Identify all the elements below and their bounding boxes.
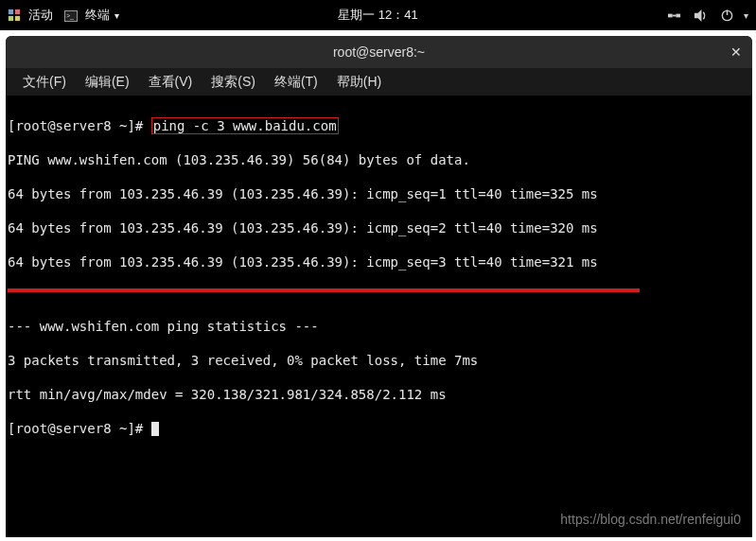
menu-terminal[interactable]: 终端(T) (265, 70, 327, 95)
system-tray: ▾ (662, 8, 748, 23)
app-menu-label: 终端 (85, 8, 110, 22)
svg-rect-4 (667, 13, 672, 17)
menu-file[interactable]: 文件(F) (13, 70, 76, 95)
term-line: [root@server8 ~]# ping -c 3 www.baidu.co… (8, 117, 750, 134)
app-menu[interactable]: >_ 终端 ▾ (61, 5, 123, 26)
terminal-content[interactable]: [root@server8 ~]# ping -c 3 www.baidu.co… (6, 96, 752, 537)
term-line: [root@server8 ~]# (8, 420, 750, 437)
terminal-window: root@server8:~ ✕ 文件(F) 编辑(E) 查看(V) 搜索(S)… (6, 36, 752, 537)
svg-rect-9 (726, 9, 728, 15)
activities-button[interactable]: 活动 (25, 5, 57, 26)
terminal-icon: >_ (64, 10, 78, 22)
term-line: 3 packets transmitted, 3 received, 0% pa… (8, 352, 750, 369)
close-icon: ✕ (730, 44, 742, 60)
menu-view[interactable]: 查看(V) (139, 70, 202, 95)
chevron-down-icon: ▾ (114, 10, 119, 21)
system-menu-chevron-icon[interactable]: ▾ (744, 10, 748, 21)
watermark: https://blog.csdn.net/renfeigui0 (560, 511, 741, 528)
term-line: 64 bytes from 103.235.46.39 (103.235.46.… (8, 253, 750, 270)
svg-rect-2 (9, 16, 13, 21)
network-icon[interactable] (666, 8, 681, 23)
close-button[interactable]: ✕ (728, 44, 745, 61)
clock[interactable]: 星期一 12：41 (338, 7, 418, 24)
red-underline-annotation (8, 288, 640, 292)
activities-icon (8, 9, 21, 22)
svg-rect-5 (676, 13, 680, 17)
menu-search[interactable]: 搜索(S) (202, 70, 265, 95)
svg-rect-6 (672, 14, 676, 16)
svg-rect-1 (15, 9, 20, 14)
term-line: rtt min/avg/max/mdev = 320.138/321.981/3… (8, 386, 750, 403)
gnome-topbar: 活动 >_ 终端 ▾ 星期一 12：41 ▾ (0, 0, 756, 30)
term-line: --- www.wshifen.com ping statistics --- (8, 318, 750, 335)
window-title: root@server8:~ (333, 44, 425, 60)
menu-edit[interactable]: 编辑(E) (76, 70, 139, 95)
command-highlight: ping -c 3 www.baidu.com (151, 117, 339, 134)
term-line: 64 bytes from 103.235.46.39 (103.235.46.… (8, 219, 750, 236)
prompt: [root@server8 ~]# (8, 118, 151, 133)
term-line: PING www.wshifen.com (103.235.46.39) 56(… (8, 151, 750, 168)
cursor (151, 422, 159, 436)
svg-marker-7 (694, 9, 701, 21)
window-titlebar[interactable]: root@server8:~ ✕ (6, 36, 752, 68)
svg-rect-0 (9, 9, 13, 14)
power-icon[interactable] (719, 8, 734, 23)
svg-rect-3 (15, 16, 20, 21)
volume-icon[interactable] (693, 8, 708, 23)
topbar-left: 活动 >_ 终端 ▾ (8, 5, 123, 26)
menu-help[interactable]: 帮助(H) (327, 70, 391, 95)
term-line: 64 bytes from 103.235.46.39 (103.235.46.… (8, 185, 750, 202)
prompt: [root@server8 ~]# (8, 421, 151, 436)
menubar: 文件(F) 编辑(E) 查看(V) 搜索(S) 终端(T) 帮助(H) (6, 68, 752, 96)
